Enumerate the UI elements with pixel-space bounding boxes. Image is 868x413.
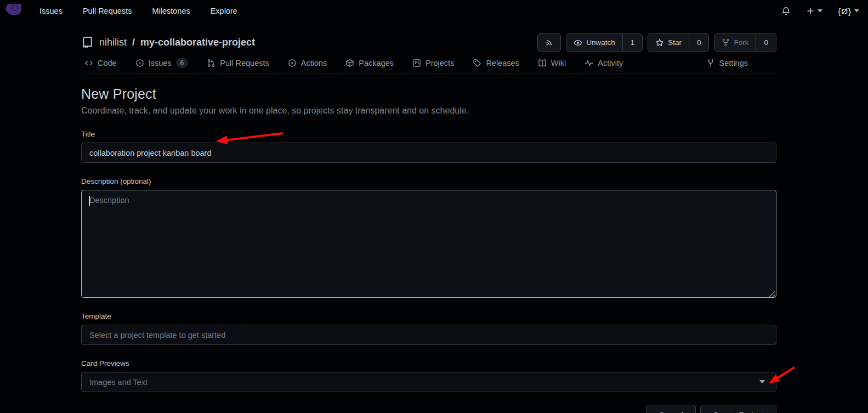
- form-actions: Cancel Create Project: [81, 405, 776, 413]
- tab-label: Settings: [719, 59, 748, 67]
- nav-item-issues[interactable]: Issues: [39, 7, 63, 15]
- tag-icon: [473, 59, 481, 67]
- project-board-icon: [412, 59, 421, 67]
- project-description-textarea[interactable]: [81, 190, 776, 298]
- tab-label: Activity: [598, 59, 623, 67]
- repo-separator: /: [132, 37, 135, 48]
- fork-count[interactable]: 0: [756, 34, 776, 51]
- avatar: {Ø}: [838, 7, 852, 16]
- package-icon: [345, 59, 354, 67]
- repo-owner-link[interactable]: nihilist: [99, 37, 127, 48]
- notifications-bell-icon[interactable]: [781, 6, 791, 16]
- fork-button[interactable]: Fork: [714, 34, 756, 51]
- issue-opened-icon: [135, 59, 144, 67]
- tab-projects[interactable]: Projects: [412, 59, 454, 67]
- fork-button-group: Fork 0: [714, 33, 776, 52]
- card-previews-select[interactable]: Images and Text: [81, 372, 776, 392]
- repo-breadcrumb: nihilist / my-collaborative-project: [81, 36, 255, 49]
- description-field-wrap: [81, 190, 776, 298]
- wrench-icon: [706, 59, 715, 67]
- tab-label: Packages: [359, 59, 394, 67]
- project-template-input[interactable]: [81, 325, 776, 345]
- tab-label: Code: [98, 59, 117, 67]
- chevron-down-icon: [854, 9, 859, 13]
- tab-label: Projects: [426, 59, 454, 67]
- issues-count-badge: 6: [176, 58, 189, 68]
- repo-name-link[interactable]: my-collaborative-project: [140, 37, 255, 48]
- star-label: Star: [668, 38, 682, 47]
- repo-header: nihilist / my-collaborative-project: [81, 22, 776, 58]
- tab-label: Issues: [149, 59, 172, 67]
- cancel-button[interactable]: Cancel: [646, 405, 696, 413]
- tab-wiki[interactable]: Wiki: [538, 59, 566, 67]
- tab-releases[interactable]: Releases: [473, 59, 519, 67]
- create-new-dropdown[interactable]: [806, 7, 822, 15]
- star-count[interactable]: 0: [689, 34, 709, 51]
- watch-label: Unwatch: [586, 38, 615, 47]
- tab-packages[interactable]: Packages: [345, 59, 394, 67]
- new-project-form: New Project Coordinate, track, and updat…: [81, 74, 776, 413]
- tab-pull-requests[interactable]: Pull Requests: [207, 59, 269, 67]
- create-project-button[interactable]: Create Project: [700, 405, 776, 413]
- code-icon: [84, 59, 93, 67]
- tab-label: Actions: [301, 59, 327, 67]
- fork-label: Fork: [734, 38, 748, 47]
- page-title: New Project: [81, 86, 776, 102]
- project-title-input[interactable]: [81, 143, 776, 163]
- tab-code[interactable]: Code: [84, 59, 117, 67]
- navbar-right: {Ø}: [781, 6, 859, 16]
- rss-icon: [545, 38, 553, 47]
- fork-icon: [722, 38, 730, 47]
- eye-icon: [574, 38, 582, 47]
- rss-button[interactable]: [537, 33, 561, 52]
- tab-settings[interactable]: Settings: [706, 59, 748, 67]
- tab-issues[interactable]: Issues 6: [135, 58, 189, 68]
- repo-actions: Unwatch 1 Star 0: [537, 33, 776, 52]
- watch-button-group: Unwatch 1: [566, 33, 643, 52]
- title-label: Title: [81, 130, 776, 138]
- star-icon: [655, 38, 664, 47]
- text-cursor: [89, 196, 90, 206]
- book-icon: [538, 59, 547, 67]
- star-button-group: Star 0: [648, 33, 709, 52]
- pulse-icon: [585, 59, 593, 67]
- card-previews-selected-value: Images and Text: [89, 378, 147, 387]
- tab-label: Releases: [486, 59, 519, 67]
- page-subtitle: Coordinate, track, and update your work …: [81, 106, 776, 116]
- card-previews-label: Card Previews: [81, 359, 776, 367]
- description-label: Description (optional): [81, 177, 776, 185]
- chevron-down-icon: [818, 9, 822, 13]
- template-label: Template: [81, 312, 776, 320]
- tab-label: Wiki: [551, 59, 566, 67]
- tab-activity[interactable]: Activity: [585, 59, 623, 67]
- repo-icon: [81, 36, 94, 49]
- top-navbar: Issues Pull Requests Milestones Explore …: [0, 0, 868, 22]
- nav-item-pull-requests[interactable]: Pull Requests: [83, 7, 132, 15]
- star-button[interactable]: Star: [648, 34, 689, 51]
- plus-icon: [806, 7, 815, 15]
- gitea-cup-logo-icon[interactable]: [5, 1, 24, 19]
- repo-tab-bar: Code Issues 6 Pull Requests Actions: [81, 58, 776, 74]
- tab-actions[interactable]: Actions: [288, 59, 327, 67]
- tab-label: Pull Requests: [220, 59, 269, 67]
- unwatch-button[interactable]: Unwatch: [566, 34, 622, 51]
- play-circle-icon: [288, 59, 297, 67]
- git-pull-request-icon: [207, 59, 215, 67]
- nav-item-milestones[interactable]: Milestones: [152, 7, 190, 15]
- nav-item-explore[interactable]: Explore: [211, 7, 237, 15]
- chevron-down-icon: [759, 380, 765, 384]
- user-avatar-menu[interactable]: {Ø}: [838, 7, 859, 16]
- watch-count[interactable]: 1: [622, 34, 643, 51]
